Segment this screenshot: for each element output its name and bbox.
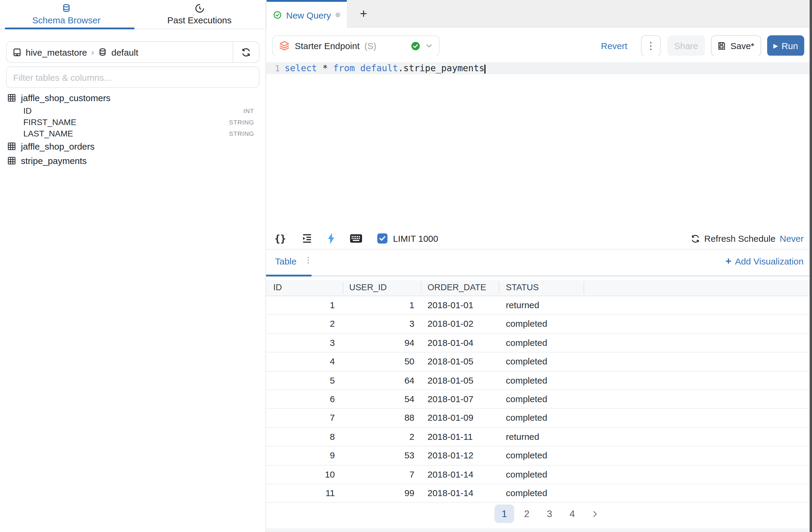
- cell-status: completed: [506, 319, 547, 329]
- column-item-last-name[interactable]: LAST_NAME STRING: [0, 127, 266, 139]
- table-grid-icon: [7, 93, 16, 102]
- table-item-jaffle-shop-orders[interactable]: jaffle_shop_orders: [0, 139, 266, 153]
- sql-editor[interactable]: 1 select * from default.stripe_payments: [266, 56, 812, 228]
- table-row: 112018-01-01returned: [266, 296, 812, 315]
- table-row: 1072018-01-14completed: [266, 465, 812, 484]
- cell-id: 6: [266, 394, 335, 404]
- table-tab-menu[interactable]: ⋮: [304, 255, 312, 265]
- active-viz-tab-indicator: [266, 275, 311, 277]
- page-button-4[interactable]: 4: [563, 504, 581, 523]
- sql-keyword: default: [360, 63, 398, 74]
- cell-status: completed: [506, 337, 547, 348]
- add-visualization-button[interactable]: + Add Visualization: [726, 256, 804, 266]
- refresh-schema-button[interactable]: [233, 42, 259, 62]
- column-item-first-name[interactable]: FIRST_NAME STRING: [0, 116, 266, 127]
- checkmark-icon: [379, 236, 386, 241]
- table-item-stripe-payments[interactable]: stripe_payments: [0, 153, 266, 168]
- save-button[interactable]: Save*: [711, 35, 761, 56]
- column-type: INT: [243, 107, 254, 114]
- cell-status: completed: [506, 375, 547, 385]
- cell-status: completed: [506, 450, 547, 460]
- refresh-schedule-value[interactable]: Never: [780, 233, 803, 243]
- column-header-status[interactable]: STATUS: [506, 282, 539, 292]
- kebab-icon: ⋮: [646, 40, 656, 52]
- page-button-3[interactable]: 3: [540, 504, 559, 523]
- results-footer-strip: [266, 528, 812, 532]
- plus-icon: +: [726, 256, 731, 266]
- table-item-jaffle-shop-customers[interactable]: jaffle_shop_customers: [0, 91, 266, 105]
- page-button-1[interactable]: 1: [494, 504, 514, 523]
- query-panel: New Query + Starter Endpoint (S): [266, 0, 812, 532]
- filter-tables-input[interactable]: [6, 67, 260, 88]
- cell-status: completed: [506, 394, 547, 404]
- run-label: Run: [782, 41, 798, 51]
- new-tab-button[interactable]: +: [352, 0, 376, 28]
- autocomplete-button[interactable]: [328, 233, 336, 244]
- run-button[interactable]: ▶ Run: [767, 35, 804, 56]
- column-type: STRING: [229, 118, 254, 125]
- refresh-icon: [241, 47, 251, 57]
- window-scrollbar[interactable]: [809, 0, 812, 532]
- breadcrumb-schema[interactable]: default: [111, 47, 138, 57]
- share-button[interactable]: Share: [667, 35, 705, 56]
- cell-status: completed: [506, 469, 547, 479]
- tab-past-executions[interactable]: Past Executions: [133, 0, 266, 29]
- results-table-body: 112018-01-01returned 232018-01-02complet…: [266, 296, 812, 503]
- column-name: LAST_NAME: [23, 128, 73, 138]
- breadcrumb[interactable]: hive_metastore › default: [6, 47, 233, 57]
- table-name: jaffle_shop_customers: [21, 93, 111, 103]
- cell-id: 9: [266, 450, 335, 460]
- cell-order-date: 2018-01-05: [427, 356, 473, 366]
- table-row: 6542018-01-07completed: [266, 390, 812, 409]
- column-header-order-date[interactable]: ORDER_DATE: [427, 282, 486, 292]
- column-header-user-id[interactable]: USER_ID: [349, 282, 387, 292]
- column-separator: [499, 282, 499, 294]
- cell-id: 11: [266, 488, 335, 498]
- table-row: 9532018-01-12completed: [266, 446, 812, 465]
- cell-user-id: 2: [343, 431, 415, 441]
- save-label: Save*: [730, 41, 754, 51]
- column-item-id[interactable]: ID INT: [0, 105, 266, 116]
- pagination: 1 2 3 4: [266, 504, 812, 523]
- tab-schema-browser[interactable]: Schema Browser: [0, 0, 133, 29]
- sql-editor-app: Schema Browser Past Executions: [0, 0, 812, 532]
- column-name: ID: [23, 106, 32, 115]
- cell-user-id: 54: [343, 394, 415, 404]
- query-header: Starter Endpoint (S): [266, 28, 812, 56]
- table-row: 232018-01-02completed: [266, 315, 812, 334]
- query-tab-new-query[interactable]: New Query: [267, 0, 347, 28]
- next-page-button[interactable]: [586, 504, 604, 523]
- cell-user-id: 7: [343, 469, 415, 479]
- cell-id: 4: [266, 356, 335, 366]
- cell-order-date: 2018-01-09: [427, 412, 473, 423]
- table-row: 3942018-01-04completed: [266, 334, 812, 353]
- schema-sidebar: Schema Browser Past Executions: [0, 0, 266, 532]
- cell-user-id: 50: [343, 356, 415, 366]
- keyboard-icon: [350, 234, 363, 243]
- column-header-id[interactable]: ID: [273, 282, 282, 292]
- format-query-button[interactable]: {}: [274, 233, 286, 244]
- table-grid-icon: [7, 141, 16, 151]
- page-button-2[interactable]: 2: [518, 504, 536, 523]
- keyboard-shortcuts-button[interactable]: [350, 234, 363, 243]
- cell-id: 8: [266, 431, 335, 441]
- cell-user-id: 1: [343, 300, 415, 310]
- cell-id: 3: [266, 337, 335, 348]
- auto-indent-button[interactable]: [302, 233, 313, 244]
- cell-order-date: 2018-01-04: [427, 337, 473, 348]
- tab-past-executions-label: Past Executions: [167, 15, 231, 25]
- revert-button[interactable]: Revert: [601, 35, 627, 56]
- cell-id: 1: [266, 300, 335, 310]
- schema-tree: jaffle_shop_customers ID INT FIRST_NAME …: [0, 91, 266, 168]
- breadcrumb-catalog[interactable]: hive_metastore: [26, 47, 87, 57]
- tab-table[interactable]: Table: [275, 256, 296, 266]
- cell-status: completed: [506, 356, 547, 366]
- cell-order-date: 2018-01-14: [427, 488, 473, 498]
- query-menu-button[interactable]: ⋮: [641, 35, 661, 56]
- add-visualization-label: Add Visualization: [735, 256, 803, 266]
- endpoint-selector[interactable]: Starter Endpoint (S): [272, 35, 439, 56]
- table-name: stripe_payments: [21, 155, 87, 166]
- cell-order-date: 2018-01-07: [427, 394, 473, 404]
- table-row: 7882018-01-09completed: [266, 409, 812, 428]
- limit-checkbox[interactable]: [378, 233, 388, 243]
